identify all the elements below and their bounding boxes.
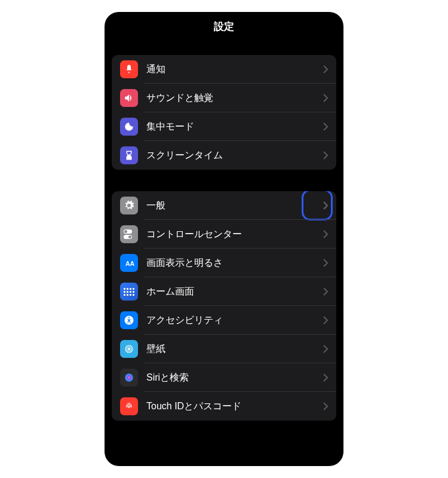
svg-point-2 xyxy=(128,317,130,318)
row-accessibility[interactable]: アクセシビリティ xyxy=(112,306,336,335)
row-control-center[interactable]: コントロールセンター xyxy=(112,220,336,249)
row-display[interactable]: AA 画面表示と明るさ xyxy=(112,249,336,277)
row-label: サウンドと触覚 xyxy=(146,92,323,105)
control-center-icon xyxy=(120,225,138,243)
chevron-right-icon xyxy=(323,345,328,353)
settings-screen: 設定 通知 サウンドと触覚 xyxy=(105,12,343,466)
row-label: 通知 xyxy=(146,63,323,76)
chevron-right-icon xyxy=(323,230,328,238)
svg-point-6 xyxy=(125,373,133,382)
chevron-right-icon xyxy=(323,201,328,210)
sound-icon xyxy=(120,89,138,107)
row-label: Siriと検索 xyxy=(146,372,323,384)
row-label: 画面表示と明るさ xyxy=(146,257,323,269)
chevron-right-icon xyxy=(323,259,328,267)
row-sounds[interactable]: サウンドと触覚 xyxy=(112,84,336,112)
chevron-right-icon xyxy=(323,316,328,324)
row-label: 集中モード xyxy=(146,121,323,133)
row-label: ホーム画面 xyxy=(146,286,323,298)
row-notifications[interactable]: 通知 xyxy=(112,55,336,84)
chevron-right-icon xyxy=(323,287,328,296)
svg-point-5 xyxy=(128,348,130,350)
home-screen-icon xyxy=(120,283,138,301)
chevron-right-icon xyxy=(323,373,328,382)
accessibility-icon xyxy=(120,311,138,329)
settings-group-2: 一般 コントロールセンター xyxy=(112,191,336,421)
row-label: スクリーンタイム xyxy=(146,149,323,162)
chevron-right-icon xyxy=(323,65,328,73)
fingerprint-icon xyxy=(120,397,138,415)
row-focus[interactable]: 集中モード xyxy=(112,112,336,141)
row-screentime[interactable]: スクリーンタイム xyxy=(112,141,336,170)
row-general[interactable]: 一般 xyxy=(112,191,336,220)
focus-icon xyxy=(120,118,138,136)
header-title: 設定 xyxy=(214,20,234,33)
notifications-icon xyxy=(120,60,138,78)
chevron-right-icon xyxy=(323,122,328,131)
row-wallpaper[interactable]: 壁紙 xyxy=(112,335,336,363)
row-touchid[interactable]: Touch IDとパスコード xyxy=(112,392,336,421)
header: 設定 xyxy=(105,12,343,41)
wallpaper-icon xyxy=(120,340,138,358)
row-label: Touch IDとパスコード xyxy=(146,400,323,413)
row-label: 一般 xyxy=(146,200,323,212)
content: 通知 サウンドと触覚 集中モード xyxy=(105,55,343,421)
svg-text:AA: AA xyxy=(125,260,134,267)
chevron-right-icon xyxy=(323,151,328,160)
settings-group-1: 通知 サウンドと触覚 集中モード xyxy=(112,55,336,170)
display-icon: AA xyxy=(120,254,138,272)
screentime-icon xyxy=(120,146,138,164)
chevron-right-icon xyxy=(323,402,328,410)
chevron-right-icon xyxy=(323,94,328,102)
siri-icon xyxy=(120,369,138,387)
row-home-screen[interactable]: ホーム画面 xyxy=(112,277,336,306)
row-label: コントロールセンター xyxy=(146,228,323,241)
row-label: 壁紙 xyxy=(146,343,323,356)
row-label: アクセシビリティ xyxy=(146,314,323,327)
row-siri[interactable]: Siriと検索 xyxy=(112,363,336,392)
general-icon xyxy=(120,197,138,215)
